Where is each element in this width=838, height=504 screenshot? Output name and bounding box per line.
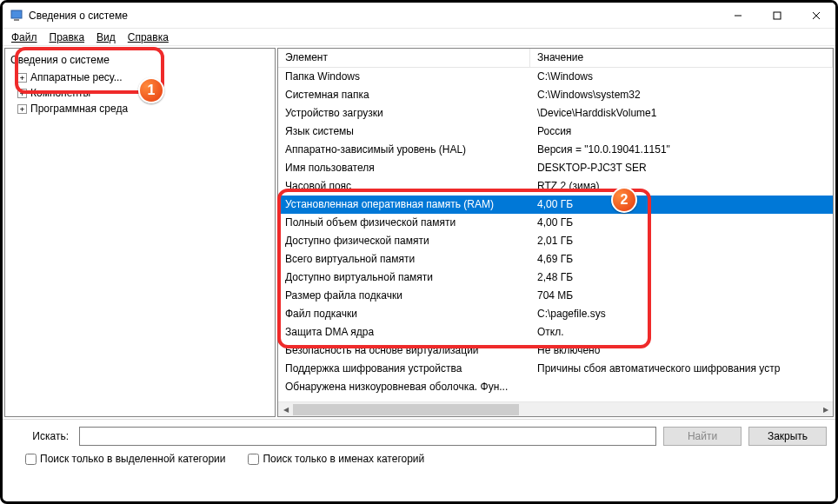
tree-item-hardware[interactable]: + Аппаратные ресу... <box>7 70 273 85</box>
cell-element: Поддержка шифрования устройства <box>278 360 530 378</box>
cell-value: Не включено <box>530 342 833 360</box>
cell-element: Файл подкачки <box>278 305 530 323</box>
titlebar: Сведения о системе <box>3 3 835 29</box>
cell-element: Защита DMA ядра <box>278 323 530 342</box>
menu-file[interactable]: Файл <box>6 30 43 45</box>
cell-value: Причины сбоя автоматического шифрования … <box>530 360 833 378</box>
menu-view[interactable]: Вид <box>91 30 121 45</box>
table-row[interactable]: Безопасность на основе виртуализацииНе в… <box>278 342 833 360</box>
table-row[interactable]: Защита DMA ядраОткл. <box>278 323 833 342</box>
table-row[interactable]: Устройство загрузки\Device\HarddiskVolum… <box>278 104 833 123</box>
scroll-left-icon[interactable]: ◀ <box>278 402 293 417</box>
cell-element: Безопасность на основе виртуализации <box>278 342 530 360</box>
menu-edit[interactable]: Правка <box>44 30 90 45</box>
cell-value: 4,69 ГБ <box>530 250 833 269</box>
cell-value: 4,00 ГБ <box>530 214 833 232</box>
cb-selected-category[interactable]: Поиск только в выделенной категории <box>25 453 225 465</box>
cell-element: Доступно физической памяти <box>278 232 530 250</box>
col-value[interactable]: Значение <box>530 49 833 67</box>
table-row[interactable]: Размер файла подкачки704 МБ <box>278 287 833 305</box>
cell-value: \Device\HarddiskVolume1 <box>530 104 833 123</box>
search-bar: Искать: Найти Закрыть <box>3 420 835 453</box>
svg-rect-0 <box>11 10 22 18</box>
scroll-thumb[interactable] <box>293 404 519 415</box>
cb-names-only[interactable]: Поиск только в именах категорий <box>248 453 424 465</box>
scroll-track[interactable] <box>293 402 818 417</box>
table-row[interactable]: Поддержка шифрования устройстваПричины с… <box>278 360 833 378</box>
cell-element: Язык системы <box>278 123 530 141</box>
expand-icon[interactable]: + <box>17 104 27 114</box>
cell-value <box>530 378 833 396</box>
tree-root[interactable]: Сведения о системе <box>7 52 273 68</box>
cell-value: DESKTOP-PJC3T SER <box>530 159 833 177</box>
search-label: Искать: <box>11 430 72 442</box>
table-row[interactable]: Обнаружена низкоуровневая оболочка. Фун.… <box>278 378 833 396</box>
col-element[interactable]: Элемент <box>278 49 530 67</box>
cell-value: 704 МБ <box>530 287 833 305</box>
table-row[interactable]: Полный объем физической памяти4,00 ГБ <box>278 214 833 232</box>
table-row[interactable]: Файл подкачкиC:\pagefile.sys <box>278 305 833 323</box>
cell-element: Аппаратно-зависимый уровень (HAL) <box>278 141 530 159</box>
tree-pane: Сведения о системе + Аппаратные ресу... … <box>4 48 276 417</box>
window-title: Сведения о системе <box>29 10 718 22</box>
cell-value: C:\Windows\system32 <box>530 86 833 104</box>
table-row[interactable]: Доступно виртуальной памяти2,48 ГБ <box>278 269 833 287</box>
table-row[interactable]: Аппаратно-зависимый уровень (HAL)Версия … <box>278 141 833 159</box>
table-row[interactable]: Папка WindowsC:\Windows <box>278 68 833 86</box>
table-row[interactable]: Имя пользователяDESKTOP-PJC3T SER <box>278 159 833 177</box>
minimize-button[interactable] <box>718 3 757 29</box>
cell-element: Часовой пояс <box>278 177 530 196</box>
cell-element: Обнаружена низкоуровневая оболочка. Фун.… <box>278 378 530 396</box>
table-row[interactable]: Системная папкаC:\Windows\system32 <box>278 86 833 104</box>
tree-item-components[interactable]: + Компоненты <box>7 85 273 101</box>
cell-element: Устройство загрузки <box>278 104 530 123</box>
svg-rect-1 <box>14 19 19 21</box>
table-row[interactable]: Всего виртуальной памяти4,69 ГБ <box>278 250 833 269</box>
cell-element: Системная папка <box>278 86 530 104</box>
expand-icon[interactable]: + <box>17 73 27 83</box>
cell-element: Размер файла подкачки <box>278 287 530 305</box>
cell-element: Имя пользователя <box>278 159 530 177</box>
app-icon <box>10 9 23 23</box>
menubar: Файл Правка Вид Справка <box>3 29 835 46</box>
search-input[interactable] <box>79 427 656 446</box>
close-button[interactable] <box>796 3 835 29</box>
content-area: Сведения о системе + Аппаратные ресу... … <box>3 46 835 420</box>
cell-value: Откл. <box>530 323 833 342</box>
search-options: Поиск только в выделенной категории Поис… <box>3 453 835 472</box>
svg-rect-3 <box>774 12 781 19</box>
details-pane: Элемент Значение Папка WindowsC:\Windows… <box>277 48 834 417</box>
table-row[interactable]: Установленная оперативная память (RAM)4,… <box>278 196 833 214</box>
tree-item-software-env[interactable]: + Программная среда <box>7 101 273 116</box>
table-row[interactable]: Язык системыРоссия <box>278 123 833 141</box>
find-button[interactable]: Найти <box>663 427 742 446</box>
cell-value: C:\pagefile.sys <box>530 305 833 323</box>
cell-element: Полный объем физической памяти <box>278 214 530 232</box>
cell-value: RTZ 2 (зима) <box>530 177 833 196</box>
expand-icon[interactable]: + <box>17 89 27 98</box>
scroll-right-icon[interactable]: ▶ <box>818 402 833 417</box>
cell-value: C:\Windows <box>530 68 833 86</box>
details-rows: Папка WindowsC:\WindowsСистемная папкаC:… <box>278 68 833 401</box>
cell-value: Россия <box>530 123 833 141</box>
table-row[interactable]: Доступно физической памяти2,01 ГБ <box>278 232 833 250</box>
cell-element: Доступно виртуальной памяти <box>278 269 530 287</box>
cell-value: 2,48 ГБ <box>530 269 833 287</box>
table-row[interactable]: Часовой поясRTZ 2 (зима) <box>278 177 833 196</box>
cell-value: 2,01 ГБ <box>530 232 833 250</box>
horizontal-scrollbar[interactable]: ◀ ▶ <box>278 401 833 416</box>
close-search-button[interactable]: Закрыть <box>748 427 827 446</box>
maximize-button[interactable] <box>757 3 796 29</box>
cell-value: Версия = "10.0.19041.1151" <box>530 141 833 159</box>
cell-element: Установленная оперативная память (RAM) <box>278 196 530 214</box>
cell-value: 4,00 ГБ <box>530 196 833 214</box>
menu-help[interactable]: Справка <box>123 30 174 45</box>
cell-element: Папка Windows <box>278 68 530 86</box>
cell-element: Всего виртуальной памяти <box>278 250 530 269</box>
column-headers: Элемент Значение <box>278 49 833 68</box>
